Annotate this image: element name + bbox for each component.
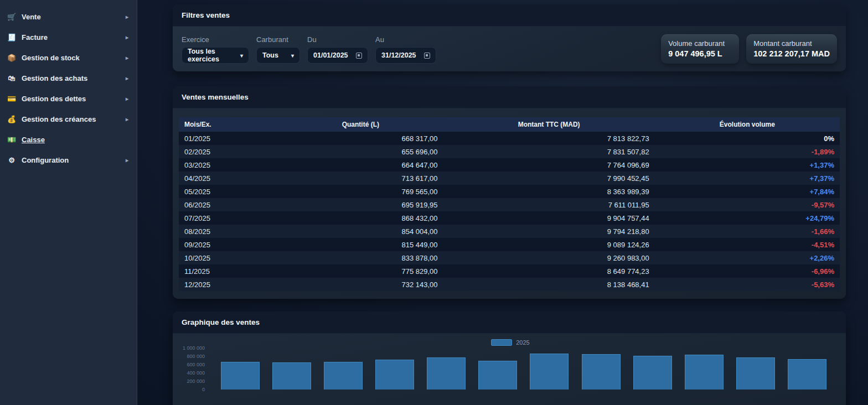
y-axis-tick: 1 000 000	[183, 345, 205, 351]
sidebar-item-facture[interactable]: 🧾 Facture ▸	[0, 27, 137, 48]
amount-cell: 9 794 218,80	[443, 225, 655, 238]
chevron-down-icon: ▾	[291, 53, 294, 59]
filters-panel-title: Filtres ventes	[173, 4, 846, 27]
y-axis-tick: 200 000	[187, 378, 205, 384]
table-row: 12/2025732 143,008 138 468,41-5,63%	[179, 278, 840, 291]
bar-07/2025	[530, 354, 569, 390]
date-from-input[interactable]: 01/01/2025	[307, 47, 368, 64]
sidebar-item-vente[interactable]: 🛒 Vente ▸	[0, 7, 137, 27]
month-cell: 06/2025	[179, 198, 278, 211]
bar-01/2025	[221, 362, 260, 390]
amount-cell: 7 764 096,69	[443, 158, 655, 172]
quantity-cell: 868 432,00	[278, 211, 443, 225]
chevron-right-icon: ▸	[126, 115, 128, 123]
stat-card-value: 102 212 207,17 MAD	[753, 49, 830, 58]
month-cell: 10/2025	[179, 251, 278, 264]
table-row: 11/2025775 829,008 649 774,23-6,96%	[179, 264, 840, 278]
monthly-sales-body: Mois/Ex.Quantité (L)Montant TTC (MAD)Évo…	[173, 108, 846, 299]
sales-chart-body: 2025 1 000 000800 000600 000400 000200 0…	[173, 334, 846, 405]
y-axis-tick: 600 000	[187, 362, 205, 367]
shopping-bag-icon: 🛍	[7, 74, 17, 82]
chevron-right-icon: ▸	[126, 13, 128, 21]
y-axis-tick: 400 000	[187, 370, 205, 376]
evolution-cell: +24,79%	[655, 211, 840, 225]
exercice-label: Exercice	[182, 35, 249, 44]
month-cell: 05/2025	[179, 185, 278, 198]
chevron-down-icon: ▾	[240, 53, 243, 59]
chart-plot: 1 000 000800 000600 000400 000200 0000	[182, 348, 839, 390]
sidebar-item-gestion-de-stock[interactable]: 📦 Gestion de stock ▸	[0, 48, 137, 68]
y-axis-tick: 800 000	[187, 354, 205, 359]
date-to-input[interactable]: 31/12/2025	[375, 47, 436, 64]
sidebar-item-configuration[interactable]: ⚙ Configuration ▸	[0, 150, 137, 170]
cash-icon: 💵	[7, 136, 17, 144]
table-row: 08/2025854 004,009 794 218,80-1,66%	[179, 225, 840, 238]
monthly-sales-table: Mois/Ex.Quantité (L)Montant TTC (MAD)Évo…	[179, 117, 840, 291]
evolution-cell: -1,89%	[655, 145, 840, 158]
exercice-select[interactable]: Tous les exercices ▾	[182, 47, 249, 64]
calendar-icon	[424, 53, 430, 59]
date-to-field: Au 31/12/2025	[375, 35, 436, 64]
sidebar-item-gestion-des-achats[interactable]: 🛍 Gestion des achats ▸	[0, 68, 137, 89]
carburant-select[interactable]: Tous ▾	[256, 47, 300, 64]
month-cell: 12/2025	[179, 278, 278, 291]
column-header: Montant TTC (MAD)	[443, 117, 655, 132]
quantity-cell: 732 143,00	[278, 278, 443, 291]
table-row: 07/2025868 432,009 904 757,44+24,79%	[179, 211, 840, 225]
carburant-label: Carburant	[256, 35, 300, 44]
evolution-cell: +7,37%	[655, 172, 840, 185]
stat-card: Montant carburant 102 212 207,17 MAD	[746, 34, 837, 64]
cart-icon: 🛒	[7, 13, 17, 21]
chevron-right-icon: ▸	[126, 33, 128, 41]
sidebar-item-gestion-des-cr-ances[interactable]: 💰 Gestion des créances ▸	[0, 109, 137, 129]
quantity-cell: 668 317,00	[278, 132, 443, 145]
sidebar-item-caisse[interactable]: 💵 Caisse ▸	[0, 129, 137, 150]
quantity-cell: 775 829,00	[278, 264, 443, 278]
column-header: Quantité (L)	[278, 117, 443, 132]
sales-chart-title: Graphique des ventes	[173, 311, 846, 334]
bar-10/2025	[685, 355, 724, 390]
table-row: 04/2025713 617,007 990 452,45+7,37%	[179, 172, 840, 185]
sidebar-item-label: Vente	[22, 13, 41, 21]
evolution-cell: +7,84%	[655, 185, 840, 198]
month-cell: 04/2025	[179, 172, 278, 185]
evolution-cell: +1,37%	[655, 158, 840, 172]
quantity-cell: 833 878,00	[278, 251, 443, 264]
bar-06/2025	[478, 361, 517, 390]
sidebar-item-label: Caisse	[22, 136, 45, 144]
column-header: Mois/Ex.	[179, 117, 278, 132]
table-row: 02/2025655 696,007 831 507,82-1,89%	[179, 145, 840, 158]
y-axis-tick: 0	[202, 387, 205, 392]
date-to-value: 31/12/2025	[381, 51, 416, 59]
date-to-label: Au	[375, 35, 436, 44]
bar-05/2025	[427, 357, 466, 390]
amount-cell: 8 363 989,39	[443, 185, 655, 198]
chart-legend: 2025	[182, 339, 839, 346]
exercice-selected-value: Tous les exercices	[188, 48, 235, 63]
table-row: 09/2025815 449,009 089 124,26-4,51%	[179, 238, 840, 251]
legend-label: 2025	[516, 339, 529, 346]
credit-card-icon: 💳	[7, 95, 17, 103]
evolution-cell: -6,96%	[655, 264, 840, 278]
exercice-field: Exercice Tous les exercices ▾	[182, 35, 249, 64]
evolution-cell: +2,26%	[655, 251, 840, 264]
app-window: 🛒 Vente ▸ 🧾 Facture ▸ 📦 Gestion de stock…	[0, 0, 868, 405]
quantity-cell: 655 696,00	[278, 145, 443, 158]
chevron-right-icon: ▸	[126, 95, 128, 103]
bar-04/2025	[375, 360, 414, 390]
chart-y-axis: 1 000 000800 000600 000400 000200 0000	[182, 348, 208, 390]
stat-card-label: Volume carburant	[668, 39, 732, 48]
chevron-right-icon: ▸	[126, 74, 128, 82]
month-cell: 09/2025	[179, 238, 278, 251]
date-from-field: Du 01/01/2025	[307, 35, 368, 64]
bar-02/2025	[272, 362, 311, 390]
filters-body: Exercice Tous les exercices ▾ Carburant …	[173, 27, 846, 71]
date-from-label: Du	[307, 35, 368, 44]
amount-cell: 9 260 983,00	[443, 251, 655, 264]
amount-cell: 9 089 124,26	[443, 238, 655, 251]
evolution-cell: 0%	[655, 132, 840, 145]
carburant-selected-value: Tous	[262, 51, 278, 59]
stat-card-label: Montant carburant	[753, 39, 830, 48]
sidebar-item-gestion-des-dettes[interactable]: 💳 Gestion des dettes ▸	[0, 89, 137, 109]
chevron-right-icon: ▸	[126, 54, 128, 62]
